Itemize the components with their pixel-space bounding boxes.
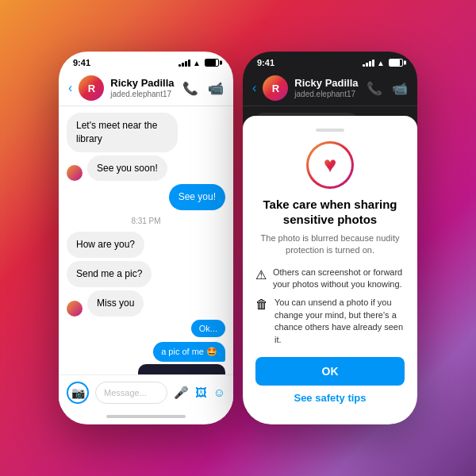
- avatar-right: R: [263, 75, 288, 101]
- battery-icon-right: [389, 59, 403, 67]
- photo-caption: a pic of me 🤩: [153, 342, 225, 362]
- phone-icon-right[interactable]: 📞: [367, 81, 382, 96]
- signal-icon-right: [363, 59, 374, 67]
- msg-avatar-1: [67, 165, 83, 181]
- msg-missyou: Miss you: [87, 290, 144, 317]
- modal-handle: [316, 129, 344, 132]
- msg-ok: Ok...: [191, 320, 225, 337]
- messages-area-left: Let's meet near the library See you soon…: [59, 106, 233, 374]
- modal-subtitle: The photo is blurred because nudity prot…: [255, 232, 405, 257]
- gallery-icon[interactable]: 🖼: [195, 386, 207, 400]
- back-button-left[interactable]: ‹: [68, 81, 72, 95]
- wifi-icon: ▲: [193, 59, 201, 67]
- video-icon[interactable]: 📹: [208, 81, 224, 96]
- video-icon-right[interactable]: 📹: [392, 81, 408, 96]
- contact-name-right: Ricky Padilla: [294, 77, 360, 90]
- msg-seeyou: See you!: [169, 184, 225, 210]
- header-actions-left: 📞 📹: [182, 81, 224, 96]
- input-icons: 🎤 🖼 ☺: [174, 386, 225, 400]
- heart-icon: ♥: [324, 152, 337, 178]
- right-phone: 9:41 ▲ ‹ R Ricky Padilla jaded.eleph: [243, 52, 417, 424]
- msg-sendpic: Send me a pic?: [67, 261, 152, 287]
- chat-header-left: ‹ R Ricky Padilla jaded.elephant17 📞 📹: [59, 71, 233, 106]
- safety-tips-link[interactable]: See safety tips: [294, 392, 366, 404]
- status-bar-left: 9:41 ▲: [59, 52, 233, 71]
- modal-title: Take care when sharing sensitive photos: [255, 197, 405, 228]
- contact-sub-right: jaded.elephant17: [294, 90, 360, 99]
- status-icons-left: ▲: [178, 59, 219, 67]
- msg-avatar-2: [67, 301, 83, 317]
- msg-howareyou: How are you?: [67, 232, 144, 258]
- msg-library: Let's meet near the library: [67, 113, 178, 152]
- timestamp-831: 8:31 PM: [67, 217, 225, 225]
- contact-name-left: Ricky Padilla: [110, 77, 176, 90]
- modal-warning-screenshot: ⚠ Others can screenshot or forward your …: [255, 267, 405, 291]
- mic-icon[interactable]: 🎤: [174, 386, 189, 400]
- header-info-right: Ricky Padilla jaded.elephant17: [294, 77, 360, 99]
- msg-row-seeyou: See you!: [67, 184, 225, 210]
- input-bar-left: 📷 Message... 🎤 🖼 ☺: [59, 374, 233, 410]
- time-left: 9:41: [73, 58, 90, 67]
- back-button-right[interactable]: ‹: [252, 81, 256, 95]
- status-bar-right: 9:41 ▲: [243, 52, 417, 71]
- message-input-left[interactable]: Message...: [95, 382, 167, 404]
- signal-icon: [178, 59, 190, 67]
- home-indicator-left: [106, 415, 186, 418]
- wifi-icon-right: ▲: [377, 59, 385, 67]
- home-indicator-right: [290, 410, 370, 413]
- msg-row-ok: Ok...: [67, 320, 225, 339]
- sticker-icon[interactable]: ☺: [213, 386, 225, 400]
- avatar-left: R: [79, 75, 104, 101]
- chat-header-right: ‹ R Ricky Padilla jaded.elephant17 📞 📹: [243, 71, 417, 106]
- warning-icon-2: 🗑: [255, 298, 268, 312]
- warning-text-2: You can unsend a photo if you change you…: [274, 297, 405, 346]
- camera-button[interactable]: 📷: [67, 382, 89, 404]
- header-actions-right: 📞 📹: [367, 81, 408, 96]
- msg-row-missyou: Miss you: [67, 290, 225, 317]
- photo-bubble: a pic of me 🤩 ⊘ Photo may contain nudity…: [138, 342, 225, 374]
- input-placeholder: Message...: [104, 388, 147, 397]
- modal-sheet: ♥ Take care when sharing sensitive photo…: [243, 116, 417, 424]
- modal-warning-unsend: 🗑 You can unsend a photo if you change y…: [255, 297, 405, 346]
- modal-ok-button[interactable]: OK: [255, 357, 405, 386]
- status-icons-right: ▲: [363, 59, 403, 67]
- left-phone: 9:41 ▲ ‹ R Ricky Padilla jaded.eleph: [59, 52, 233, 424]
- phone-icon[interactable]: 📞: [182, 81, 198, 96]
- battery-icon: [205, 59, 219, 67]
- nudity-box[interactable]: ⊘ Photo may contain nudity: [138, 364, 225, 374]
- time-right: 9:41: [257, 58, 274, 67]
- msg-seeyousoon: See you soon!: [87, 155, 167, 182]
- warning-icon-1: ⚠: [255, 267, 267, 282]
- warning-text-1: Others can screenshot or forward your ph…: [273, 267, 405, 291]
- msg-row-seeyousoon: See you soon!: [67, 155, 225, 182]
- heart-circle: ♥: [306, 141, 354, 189]
- contact-sub-left: jaded.elephant17: [110, 90, 176, 99]
- header-info-left: Ricky Padilla jaded.elephant17: [110, 77, 176, 99]
